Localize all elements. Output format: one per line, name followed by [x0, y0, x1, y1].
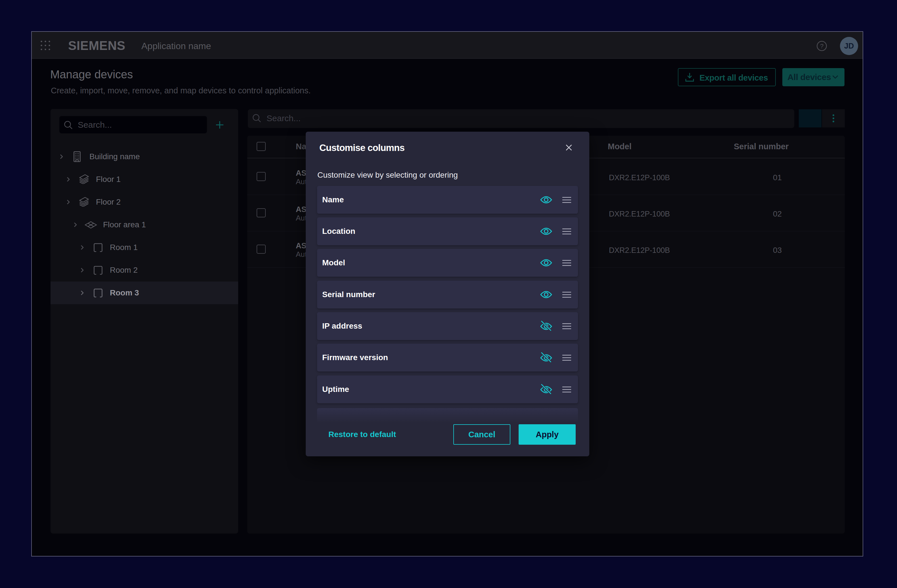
svg-text:?: ? [820, 43, 824, 50]
